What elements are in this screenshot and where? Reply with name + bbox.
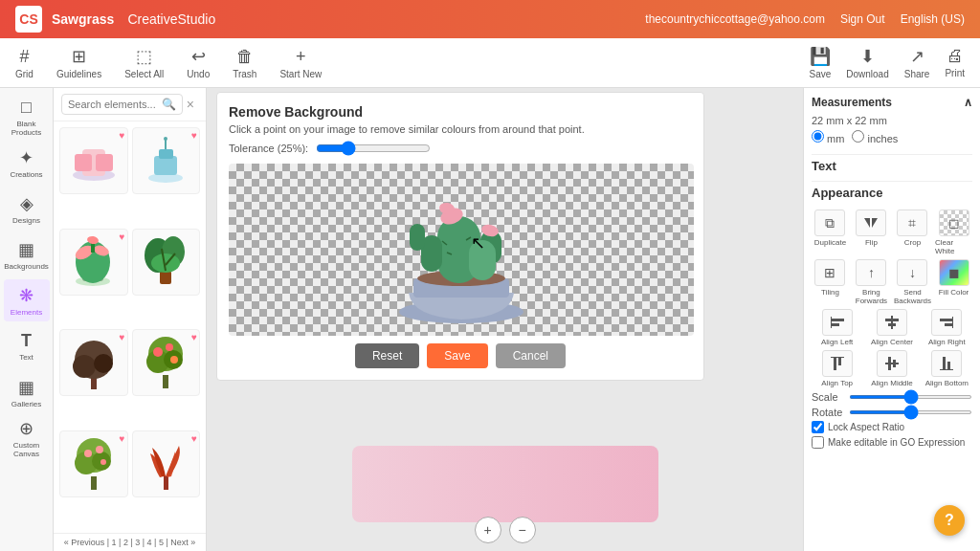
- blank-products-icon: □: [21, 98, 32, 118]
- save-button[interactable]: Save: [427, 343, 487, 368]
- toolbar-guidelines-label: Guidelines: [56, 69, 101, 79]
- element-item-5[interactable]: ♥: [59, 329, 128, 396]
- topbar: CS Sawgrass CreativeStudio thecountrychi…: [0, 0, 980, 38]
- dialog-title: Remove Background: [229, 104, 692, 120]
- rotate-slider[interactable]: [849, 410, 972, 414]
- bring-forwards-button[interactable]: ↑ Bring Forwards: [853, 259, 890, 305]
- heart-badge-3: ♥: [120, 231, 125, 242]
- sidebar-item-elements[interactable]: ❋ Elements: [4, 279, 50, 321]
- scale-slider[interactable]: [849, 395, 972, 399]
- reset-button[interactable]: Reset: [355, 343, 419, 368]
- make-editable-label: Make editable in GO Expression: [828, 437, 965, 448]
- flip-icon: [856, 209, 886, 236]
- clear-white-button[interactable]: ◻ Clear White: [935, 209, 972, 255]
- image-preview[interactable]: ↖: [229, 164, 694, 336]
- close-panel-button[interactable]: ×: [183, 97, 198, 112]
- toolbar-trash[interactable]: 🗑 Trash: [233, 47, 256, 79]
- svg-rect-59: [831, 317, 832, 328]
- send-backwards-icon: ↓: [897, 259, 927, 286]
- sign-out-button[interactable]: Sign Out: [840, 12, 885, 26]
- toolbar-start-new-label: Start New: [279, 69, 322, 79]
- unit-inches-radio[interactable]: [852, 130, 864, 143]
- element-item-3[interactable]: ♥: [59, 229, 128, 296]
- sidebar-item-custom-canvas-label: Custom Canvas: [4, 441, 50, 458]
- cactus-image: [356, 168, 567, 331]
- toolbar-grid[interactable]: # Grid: [15, 47, 33, 79]
- zoom-in-button[interactable]: +: [475, 517, 501, 543]
- svg-rect-57: [831, 319, 844, 321]
- element-item-7[interactable]: ♥: [59, 430, 128, 497]
- duplicate-button[interactable]: ⧉ Duplicate: [812, 209, 849, 255]
- sidebar-item-blank-products[interactable]: □ Blank Products: [4, 96, 50, 138]
- element-item-6[interactable]: ♥: [132, 329, 201, 396]
- align-left-button[interactable]: Align Left: [812, 309, 862, 346]
- element-item-8[interactable]: ♥: [132, 430, 201, 497]
- tolerance-slider[interactable]: [316, 141, 431, 156]
- element-item-1[interactable]: ♥: [59, 127, 128, 194]
- toolbar-print[interactable]: 🖨 Print: [945, 46, 965, 79]
- clear-white-label: Clear White: [935, 238, 972, 255]
- sidebar-item-text[interactable]: T Text: [4, 325, 50, 367]
- sidebar-item-custom-canvas[interactable]: ⊕ Custom Canvas: [4, 417, 50, 459]
- custom-canvas-icon: ⊕: [19, 418, 33, 439]
- align-middle-label: Align Middle: [871, 379, 913, 387]
- toolbar-save[interactable]: 💾 Save: [809, 46, 831, 79]
- sidebar-item-designs[interactable]: ◈ Designs: [4, 187, 50, 230]
- align-middle-icon: [877, 350, 907, 377]
- svg-rect-46: [410, 224, 425, 251]
- unit-inches-label[interactable]: inches: [852, 130, 898, 144]
- unit-mm-radio[interactable]: [812, 130, 824, 143]
- svg-rect-6: [159, 149, 173, 159]
- fill-color-label: Fill Color: [939, 288, 969, 297]
- element-item-4[interactable]: [132, 229, 201, 296]
- align-top-button[interactable]: Align Top: [812, 350, 862, 387]
- scale-row: Scale: [812, 391, 972, 403]
- rotate-label: Rotate: [812, 407, 843, 418]
- make-editable-checkbox[interactable]: [812, 436, 824, 449]
- send-backwards-button[interactable]: ↓ Send Backwards: [894, 259, 931, 305]
- text-section-title: Text: [812, 154, 972, 177]
- elements-grid: ♥ ♥: [54, 121, 206, 533]
- sidebar-item-creations[interactable]: ✦ Creations: [4, 142, 50, 184]
- align-right-button[interactable]: Align Right: [922, 309, 972, 346]
- svg-rect-67: [838, 357, 841, 365]
- sidebar-item-creations-label: Creations: [10, 170, 42, 179]
- sidebar-item-galleries-label: Galleries: [11, 400, 42, 408]
- measurements-collapse-icon[interactable]: ∧: [964, 96, 972, 109]
- help-button[interactable]: ?: [934, 505, 965, 536]
- svg-rect-68: [831, 357, 844, 358]
- backgrounds-icon: ▦: [18, 239, 34, 260]
- toolbar-select-all[interactable]: ⬚ Select All: [124, 46, 164, 79]
- lock-aspect-checkbox[interactable]: [812, 421, 824, 433]
- brand-name: Sawgrass: [52, 11, 114, 27]
- sidebar-item-backgrounds[interactable]: ▦ Backgrounds: [4, 233, 50, 276]
- user-email: thecountrychiccottage@yahoo.com: [645, 12, 825, 26]
- toolbar-download[interactable]: ⬇ Download: [846, 46, 888, 79]
- search-input[interactable]: [68, 99, 158, 110]
- align-bottom-button[interactable]: Align Bottom: [922, 350, 972, 387]
- crop-label: Crop: [904, 238, 921, 247]
- language-selector[interactable]: English (US): [901, 12, 965, 26]
- flip-button[interactable]: Flip: [853, 209, 890, 255]
- canvas-area[interactable]: Remove Background Click a point on your …: [207, 88, 803, 551]
- unit-mm-label[interactable]: mm: [812, 130, 844, 144]
- align-right-icon: [931, 309, 962, 336]
- svg-rect-40: [164, 476, 168, 490]
- align-horizontal-group: Align Left Align Center Align Right: [812, 309, 972, 346]
- element-item-2[interactable]: ♥: [132, 127, 201, 194]
- crop-button[interactable]: ⌗ Crop: [894, 209, 931, 255]
- zoom-out-button[interactable]: −: [509, 517, 536, 543]
- sidebar-item-galleries[interactable]: ▦ Galleries: [4, 371, 50, 413]
- toolbar-share[interactable]: ↗ Share: [904, 46, 930, 79]
- select-all-icon: ⬚: [136, 46, 152, 67]
- toolbar-undo[interactable]: ↩ Undo: [187, 46, 210, 79]
- align-center-button[interactable]: Align Center: [866, 309, 917, 346]
- cancel-button[interactable]: Cancel: [496, 343, 566, 368]
- toolbar-start-new[interactable]: + Start New: [279, 47, 322, 79]
- align-middle-button[interactable]: Align Middle: [866, 350, 917, 387]
- toolbar-save-label: Save: [809, 69, 831, 79]
- fill-color-button[interactable]: ◼ Fill Color: [935, 259, 972, 305]
- search-box[interactable]: 🔍: [61, 94, 183, 115]
- tiling-button[interactable]: ⊞ Tiling: [812, 259, 849, 305]
- toolbar-guidelines[interactable]: ⊞ Guidelines: [56, 46, 101, 79]
